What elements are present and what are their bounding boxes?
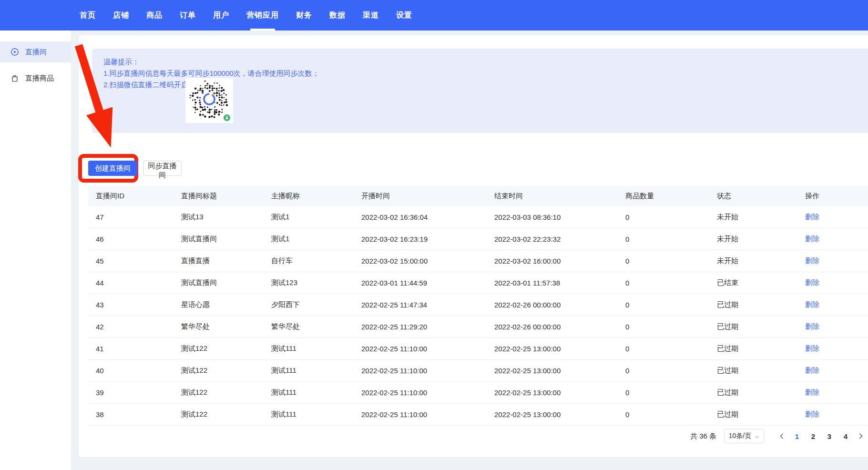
table-header-row: 直播间ID直播间标题主播昵称开播时间结束时间商品数量状态操作 [88,186,868,206]
cell-end: 2022-02-26 00:00:00 [487,323,618,331]
cell-status: 已过期 [709,300,797,309]
pagination-page-1[interactable]: 1 [790,432,804,440]
cell-anchor: 测试111 [264,344,354,353]
cell-status: 已过期 [709,344,797,353]
delete-link[interactable]: 删除 [805,300,819,308]
pagination: 共 36 条 10条/页 1234 前往 [88,429,868,443]
pagination-page-2[interactable]: 2 [807,432,820,440]
cell-count: 0 [618,279,709,287]
chevron-right-icon [859,432,863,440]
cell-actions: 删除 [797,213,868,222]
nav-item-1[interactable]: 店铺 [113,0,129,31]
delete-link[interactable]: 删除 [805,322,819,330]
cell-count: 0 [618,345,709,353]
nav-item-3[interactable]: 订单 [180,0,196,31]
cell-end: 2022-03-02 16:00:00 [487,257,618,265]
pagination-total: 共 36 条 [690,432,716,441]
cell-count: 0 [618,301,709,309]
cell-id: 42 [88,323,174,331]
cell-title: 测试直播间 [174,278,264,287]
delete-link[interactable]: 删除 [805,366,819,374]
column-header: 直播间标题 [174,192,264,201]
sidebar-item-live-goods[interactable]: 直播商品 [0,68,71,89]
nav-item-8[interactable]: 渠道 [363,0,379,31]
table-row: 45直播直播自行车2022-03-02 15:00:002022-03-02 1… [88,250,868,272]
cell-end: 2022-02-25 13:00:00 [487,410,618,419]
nav-item-6[interactable]: 财务 [296,0,312,31]
cell-actions: 删除 [797,410,868,419]
nav-item-5[interactable]: 营销应用 [246,0,279,31]
nav-item-7[interactable]: 数据 [329,0,346,31]
delete-link[interactable]: 删除 [805,344,819,352]
table-row: 47测试13测试12022-03-02 16:36:042022-03-03 0… [88,206,868,228]
cell-start: 2022-03-02 16:23:19 [354,235,487,243]
cell-count: 0 [618,235,709,243]
cell-actions: 删除 [797,322,868,331]
cell-status: 已过期 [709,388,797,397]
cell-status: 已结束 [709,278,797,287]
pagination-pages: 1234 [789,432,854,440]
cell-title: 测试122 [174,366,264,375]
cell-status: 已过期 [709,322,797,331]
cell-actions: 删除 [797,278,868,287]
delete-link[interactable]: 删除 [805,410,819,418]
column-header: 结束时间 [487,192,618,201]
cell-anchor: 测试111 [264,388,354,397]
cell-id: 46 [88,235,174,243]
cell-start: 2022-02-25 11:10:00 [354,345,487,353]
cell-anchor: 测试111 [264,410,354,419]
cell-start: 2022-02-25 11:10:00 [354,367,487,375]
cell-status: 已过期 [709,366,797,375]
cell-title: 测试122 [174,410,264,419]
delete-link[interactable]: 删除 [805,213,819,221]
pagination-prev-button[interactable] [775,432,789,440]
cell-actions: 删除 [797,300,868,309]
page-size-value: 10条/页 [729,432,751,440]
nav-item-2[interactable]: 商品 [146,0,163,31]
page-size-select[interactable]: 10条/页 [724,429,764,443]
delete-link[interactable]: 删除 [805,256,819,265]
cell-actions: 删除 [797,388,868,397]
sync-live-room-button[interactable]: 同步直播间 [143,161,182,176]
sidebar-item-live-room[interactable]: 直播间 [0,41,71,62]
cell-title: 测试122 [174,388,264,397]
table-row: 46测试直播间测试12022-03-02 16:23:192022-03-02 … [88,228,868,250]
cell-title: 测试13 [174,213,264,222]
delete-link[interactable]: 删除 [805,278,819,286]
cell-title: 星语心愿 [174,300,264,309]
cell-title: 测试直播间 [174,235,264,244]
nav-item-9[interactable]: 设置 [396,0,412,31]
cell-start: 2022-03-02 15:00:00 [354,257,487,265]
notice-box: 温馨提示： 1.同步直播间信息每天最多可同步100000次，请合理使用同步次数；… [92,49,868,133]
cell-id: 38 [88,410,174,419]
cell-status: 已过期 [709,410,797,419]
nav-item-0[interactable]: 首页 [80,0,96,31]
cell-count: 0 [618,367,709,375]
cell-title: 直播直播 [174,256,264,266]
table-row: 42繁华尽处繁华尽处2022-02-25 11:29:202022-02-26 … [88,316,868,338]
pagination-next-button[interactable] [854,432,868,440]
nav-item-4[interactable]: 用户 [213,0,229,31]
play-circle-icon [10,48,19,56]
cell-id: 39 [88,388,174,397]
notice-line-sync-limit: 1.同步直播间信息每天最多可同步100000次，请合理使用同步次数； [103,68,868,79]
pagination-page-4[interactable]: 4 [839,432,852,440]
table-body: 47测试13测试12022-03-02 16:36:042022-03-03 0… [88,206,868,426]
sidebar-item-label: 直播间 [25,48,47,57]
cell-anchor: 测试1 [264,213,354,222]
table-row: 44测试直播间测试1232022-03-01 11:44:592022-03-0… [88,272,868,294]
cell-anchor: 测试1 [264,235,354,244]
cell-count: 0 [618,213,709,221]
cell-status: 未开始 [709,235,797,244]
create-live-room-button[interactable]: 创建直播间 [88,161,137,176]
pagination-page-3[interactable]: 3 [823,432,836,440]
delete-link[interactable]: 删除 [805,235,819,243]
wechat-live-qr-code [185,78,233,123]
table-row: 41测试122测试1112022-02-25 11:10:002022-02-2… [88,338,868,360]
delete-link[interactable]: 删除 [805,388,819,396]
live-room-panel: 温馨提示： 1.同步直播间信息每天最多可同步100000次，请合理使用同步次数；… [79,35,868,457]
top-nav: 首页店铺商品订单用户营销应用财务数据渠道设置 [0,0,868,31]
cell-actions: 删除 [797,256,868,266]
column-header: 状态 [709,192,797,201]
cell-count: 0 [618,388,709,397]
